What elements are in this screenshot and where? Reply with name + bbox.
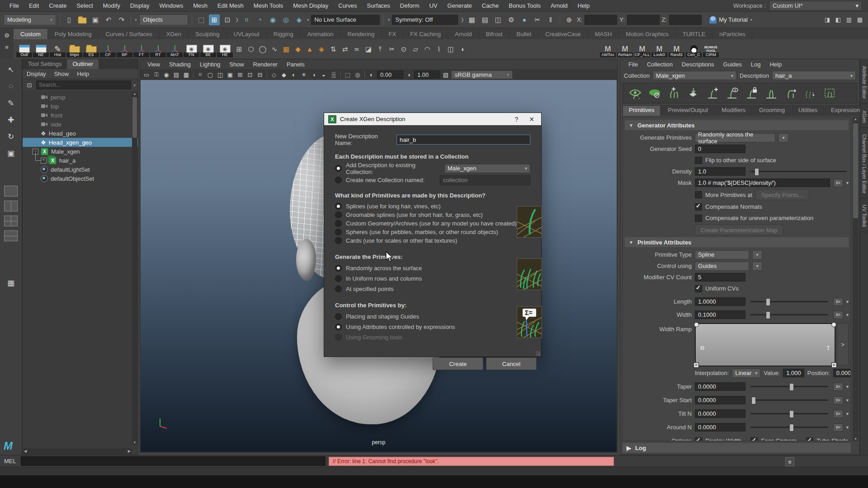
width-field[interactable]: 0.1000 <box>695 310 745 319</box>
xgen-menu-item[interactable]: File <box>624 61 642 68</box>
sidebar-vertical-tab[interactable]: XGen <box>860 106 868 128</box>
x-input[interactable] <box>585 15 617 25</box>
ramp-expand-button[interactable]: > <box>837 323 849 366</box>
new-collection-name-input[interactable] <box>440 175 530 185</box>
shelf-gear-icon[interactable]: ⚙ <box>2 31 11 40</box>
expression-map-icon[interactable]: Σ= <box>833 179 843 187</box>
shelf-tab[interactable]: Bullet <box>509 29 538 39</box>
shelf-tab-list-icon[interactable]: ≡ <box>2 42 11 52</box>
control-using-dropdown[interactable]: Guides <box>695 262 749 271</box>
new-scene-icon[interactable]: ▯ <box>64 14 75 25</box>
viewport-menu-item[interactable]: Lighting <box>195 61 225 68</box>
existing-collection-dropdown[interactable]: Male_xgen▾ <box>444 164 530 173</box>
create-parameterization-map-button[interactable]: Create Parameterization Map <box>695 225 783 235</box>
sidebar-vertical-tab[interactable]: UV Toolkit <box>860 200 868 232</box>
poly-pipe-icon[interactable]: ◈ <box>316 44 327 55</box>
exposure-icon[interactable]: ◐ <box>367 70 376 79</box>
command-language-label[interactable]: MEL <box>4 458 18 465</box>
chevron-down-icon[interactable]: ▾ <box>846 398 849 403</box>
shelf-tab[interactable]: Rigging <box>267 29 301 39</box>
expand-expander-icon[interactable]: + <box>41 158 47 164</box>
specify-points-button[interactable]: Specify Points... <box>755 189 809 200</box>
group-collapse-arrow[interactable]: ❯ <box>235 17 239 22</box>
primitive-type-dropdown[interactable]: Spline <box>695 250 749 259</box>
outliner-item-hair-a[interactable]: + X hair_a <box>23 156 138 165</box>
expression-map-icon[interactable]: Σ= <box>833 396 843 404</box>
select-hierarchy-icon[interactable]: ⬚ <box>196 14 207 25</box>
chevron-down-icon[interactable]: ▾ <box>133 83 136 88</box>
menu-item[interactable]: Deform <box>395 2 425 9</box>
close-button[interactable]: ✕ <box>526 116 537 123</box>
expression-map-icon[interactable]: Σ= <box>833 410 843 418</box>
exposure-field[interactable]: 0.00 <box>377 70 403 79</box>
generator-seed-field[interactable]: 0 <box>695 145 745 153</box>
shelf-button-script[interactable]: MRandS <box>669 41 684 57</box>
expression-map-icon[interactable]: Σ= <box>833 423 843 432</box>
tab-primitives[interactable]: Primitives <box>623 105 660 116</box>
section-primitive-attributes[interactable]: ▼ Primitive Attributes <box>625 237 849 247</box>
outliner-horizontal-scrollbar[interactable]: ◀ ▶ <box>23 448 132 454</box>
sidebar-toggle-toolsettings-icon[interactable]: ◧ <box>834 15 843 24</box>
select-camera-icon[interactable]: ▭ <box>142 70 151 79</box>
shelf-tab[interactable]: Sculpting <box>189 29 226 39</box>
xgen-tab[interactable]: Preview/Output <box>661 105 714 116</box>
outliner-item-front[interactable]: front <box>23 111 138 120</box>
xray-icon[interactable]: ◎ <box>353 70 362 79</box>
menu-set-dropdown[interactable]: Modeling ▾ <box>4 14 56 25</box>
shelf-button[interactable]: FT <box>133 41 149 57</box>
slider-thumb[interactable] <box>789 424 794 432</box>
outliner-item-head-geo[interactable]: ❖ Head_geo <box>23 129 138 138</box>
scroll-right-icon[interactable]: ▶ <box>128 449 131 453</box>
randomly-across-surface-radio[interactable] <box>335 265 342 272</box>
shelf-tab[interactable]: FX Caching <box>403 29 448 39</box>
taper-slider[interactable] <box>750 386 828 387</box>
script-editor-icon[interactable]: ≣ <box>785 457 794 466</box>
gamma-icon[interactable]: ◑ <box>404 70 413 79</box>
shelf-tab[interactable]: TURTLE <box>676 29 712 39</box>
viewport-menu-item[interactable]: View <box>143 61 165 68</box>
ramp-delete-handle[interactable]: ✕ <box>831 362 837 368</box>
taper-field[interactable]: 0.0000 <box>695 382 745 391</box>
command-result-error[interactable]: // Error: line 1: Cannot find procedure … <box>329 457 614 466</box>
lasso-tool-icon[interactable]: ◌ <box>4 80 18 93</box>
field-chart-icon[interactable]: ⊞ <box>236 70 245 79</box>
interpolation-dropdown[interactable]: Linear▾ <box>732 369 760 378</box>
chevron-down-icon[interactable]: ▾ <box>846 299 849 304</box>
create-button[interactable]: Create <box>433 357 483 370</box>
textured-icon[interactable]: ◐ <box>289 70 298 79</box>
expression-map-icon[interactable]: Σ= <box>833 311 843 319</box>
menu-item[interactable]: Mesh Tools <box>249 2 288 9</box>
shelf-tab[interactable]: Motion Graphics <box>619 29 676 39</box>
xgen-select-guides-icon[interactable] <box>802 85 818 101</box>
collection-dropdown[interactable]: Male_xgen▾ <box>653 71 736 80</box>
xgen-lock-guides-icon[interactable] <box>744 85 760 101</box>
bridge-icon[interactable]: ≍ <box>351 44 362 55</box>
save-scene-icon[interactable]: ▣ <box>90 14 101 25</box>
layout-single-pane-icon[interactable] <box>4 186 18 197</box>
sidebar-toggle-layout-icon[interactable]: ▦ <box>855 15 864 24</box>
cube-icon[interactable]: ⬡ <box>245 44 256 55</box>
menu-item[interactable]: Edit <box>24 2 44 9</box>
xgen-tab[interactable]: Utilities <box>792 105 824 116</box>
grid-toggle-icon[interactable]: ⌗ <box>196 70 205 79</box>
extrude-icon[interactable]: ⤒ <box>375 44 386 55</box>
slider-thumb[interactable] <box>755 168 759 176</box>
scrollbar-thumb[interactable] <box>853 123 858 218</box>
compensate-uneven-checkbox[interactable] <box>695 215 702 222</box>
viewport-menu-item[interactable]: Renderer <box>249 61 282 68</box>
sidebar-toggle-attribute-editor-icon[interactable]: ◨ <box>823 15 832 24</box>
section-generator-attributes[interactable]: ▼ Generator Attributes <box>625 120 849 130</box>
select-object-icon[interactable]: ⊞ <box>209 14 220 25</box>
shelf-button[interactable]: ✎Hist <box>50 41 66 57</box>
crease-icon[interactable]: ⌇ <box>434 44 444 55</box>
menu-item[interactable]: Windows <box>154 2 188 9</box>
menu-item[interactable]: Mesh <box>188 2 212 9</box>
shelf-tab[interactable]: Bifrost <box>479 29 510 39</box>
shelf-button-script[interactable]: Cen_C <box>686 41 702 57</box>
scale-tool-icon[interactable]: ▣ <box>4 147 18 160</box>
tilt-n-field[interactable]: 0.0000 <box>695 409 745 418</box>
symmetry-tool-icon[interactable]: ◫ <box>445 44 456 55</box>
shelf-button[interactable]: Impo <box>66 41 82 57</box>
shelf-tab-custom[interactable]: Custom <box>14 29 48 39</box>
width-slider[interactable] <box>750 314 828 315</box>
